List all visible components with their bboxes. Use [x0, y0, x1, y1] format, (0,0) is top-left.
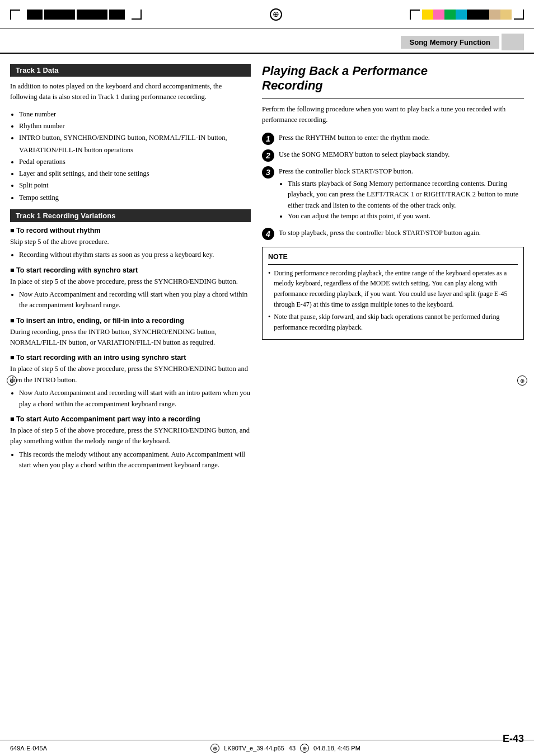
left-margin-symbol: ⊕	[7, 375, 17, 386]
playing-back-intro: Perform the following procedure when you…	[262, 104, 524, 126]
title-line1: Playing Back a Performance	[262, 64, 428, 78]
color-block-lttan	[500, 10, 512, 20]
bullet-item: Split point	[19, 180, 251, 191]
step-text-3: Press the controller block START/STOP bu…	[279, 167, 413, 175]
step-content-4: To stop playback, press the controller b…	[279, 228, 524, 238]
black-blocks-left	[27, 10, 125, 20]
sub-body-0: Skip step 5 of the above procedure.	[10, 237, 251, 247]
main-content: Track 1 Data In addition to notes played…	[0, 54, 534, 476]
bullet-item: Tempo setting	[19, 192, 251, 204]
step-2: 2 Use the SONG MEMORY button to select p…	[262, 149, 524, 162]
top-bar-left	[10, 10, 142, 20]
sub-bullet-item: Recording without rhythm starts as soon …	[19, 250, 251, 260]
color-blocks	[422, 10, 512, 20]
note-bullet-text-1: Note that pause, skip forward, and skip …	[274, 312, 518, 332]
compass-icon: ⊕	[270, 8, 282, 21]
sub-body-2: During recording, press the INTRO button…	[10, 327, 251, 349]
sub-bullet-item: Now Auto Accompaniment and recording wil…	[19, 289, 251, 311]
sub-body-3: In place of step 5 of the above procedur…	[10, 364, 251, 386]
sub-body-4: In place of step 5 of the above procedur…	[10, 425, 251, 447]
sub-section-insert-intro: To insert an intro, ending, or fill-in i…	[10, 317, 251, 349]
sub-heading-2: To insert an intro, ending, or fill-in i…	[10, 317, 251, 325]
step-3-bullet-1: You can adjust the tempo at this point, …	[288, 211, 524, 222]
bottom-page-num: 43	[289, 745, 296, 752]
step-1: 1 Press the RHYTHM button to enter the r…	[262, 133, 524, 145]
top-bar: ⊕	[0, 0, 534, 29]
steps-container: 1 Press the RHYTHM button to enter the r…	[262, 133, 524, 241]
track1-variations-header: Track 1 Recording Variations	[10, 209, 251, 222]
corner-mark-tl	[10, 10, 20, 20]
bottom-filename: LK90TV_e_39-44.p65	[224, 745, 284, 752]
bottom-center: ⊕ LK90TV_e_39-44.p65 43 ⊕ 04.8.18, 4:45 …	[210, 744, 360, 753]
black-block-4	[109, 10, 125, 20]
sub-bullets-1: Now Auto Accompaniment and recording wil…	[19, 289, 251, 311]
step-text-1: Press the RHYTHM button to enter the rhy…	[279, 134, 430, 142]
note-bullet-text-0: During performance recording playback, t…	[274, 268, 518, 309]
step-content-3: Press the controller block START/STOP bu…	[279, 166, 524, 224]
sub-heading-4: To start Auto Accompaniment part way int…	[10, 415, 251, 423]
bottom-bar: 649A-E-045A ⊕ LK90TV_e_39-44.p65 43 ⊕ 04…	[0, 740, 534, 756]
color-block-yellow	[422, 10, 433, 20]
corner-mark-tr	[132, 10, 142, 20]
step-number-4: 4	[262, 228, 274, 240]
sub-bullet-item: Now Auto Accompaniment and recording wil…	[19, 388, 251, 410]
sub-heading-1: To start recording with synchro start	[10, 266, 251, 274]
color-block-green	[444, 10, 456, 20]
page-header: Song Memory Function	[0, 29, 534, 54]
playing-back-title: Playing Back a Performance Recording	[262, 64, 524, 98]
bottom-compass-icon-2: ⊕	[300, 744, 309, 753]
bottom-compass-icon: ⊕	[210, 744, 219, 753]
black-block-1	[27, 10, 43, 20]
sub-bullets-3: Now Auto Accompaniment and recording wil…	[19, 388, 251, 410]
corner-mark-br2	[514, 10, 524, 20]
note-title: NOTE	[268, 252, 518, 264]
bullet-item: Tone number	[19, 109, 251, 120]
bullet-item: Layer and split settings, and their tone…	[19, 168, 251, 180]
color-block-black	[467, 10, 489, 20]
color-block-cyan	[456, 10, 467, 20]
sub-section-synchro-start: To start recording with synchro start In…	[10, 266, 251, 311]
corner-mark-tr2	[410, 10, 420, 20]
top-center: ⊕	[142, 8, 410, 21]
left-column: Track 1 Data In addition to notes played…	[10, 64, 251, 476]
step-number-3: 3	[262, 166, 274, 179]
title-line2: Recording	[262, 78, 323, 92]
sub-section-intro-synchro: To start recording with an intro using s…	[10, 354, 251, 410]
sub-heading-0: To record without rhythm	[10, 227, 251, 234]
note-bullet-1: Note that pause, skip forward, and skip …	[268, 312, 518, 332]
track1-data-body: In addition to notes played on the keybo…	[10, 81, 251, 103]
step-text-2: Use the SONG MEMORY button to select pla…	[279, 151, 449, 158]
section-title-tab	[502, 34, 524, 50]
bullet-item: Pedal operations	[19, 156, 251, 168]
section-title: Song Memory Function	[401, 36, 499, 49]
sub-section-no-rhythm: To record without rhythm Skip step 5 of …	[10, 227, 251, 261]
step-number-2: 2	[262, 149, 274, 162]
step-3: 3 Press the controller block START/STOP …	[262, 166, 524, 224]
color-block-pink	[433, 10, 444, 20]
note-box: NOTE During performance recording playba…	[262, 247, 524, 340]
sub-bullets-0: Recording without rhythm starts as soon …	[19, 250, 251, 260]
step-4: 4 To stop playback, press the controller…	[262, 228, 524, 240]
black-block-3	[77, 10, 107, 20]
step-content-1: Press the RHYTHM button to enter the rhy…	[279, 133, 524, 143]
right-column: Playing Back a Performance Recording Per…	[262, 64, 524, 476]
bullet-item: Rhythm number	[19, 120, 251, 132]
bottom-date: 04.8.18, 4:45 PM	[313, 745, 360, 752]
sub-bullets-4: This records the melody without any acco…	[19, 449, 251, 471]
bottom-left-text: 649A-E-045A	[10, 745, 47, 752]
sub-section-auto-accomp: To start Auto Accompaniment part way int…	[10, 415, 251, 471]
step-3-bullet-0: This starts playback of Song Memory perf…	[288, 179, 524, 211]
sub-bullet-item: This records the melody without any acco…	[19, 449, 251, 471]
step-3-bullets: This starts playback of Song Memory perf…	[288, 179, 524, 222]
bullet-item: INTRO button, SYNCHRO/ENDING button, NOR…	[19, 132, 251, 156]
step-number-1: 1	[262, 133, 274, 145]
note-bullet-0: During performance recording playback, t…	[268, 268, 518, 309]
step-content-2: Use the SONG MEMORY button to select pla…	[279, 149, 524, 160]
sub-heading-3: To start recording with an intro using s…	[10, 354, 251, 361]
step-text-4: To stop playback, press the controller b…	[279, 229, 481, 237]
right-margin-symbol: ⊕	[517, 375, 527, 386]
track1-data-header: Track 1 Data	[10, 64, 251, 77]
black-block-2	[44, 10, 75, 20]
track1-data-bullets: Tone number Rhythm number INTRO button, …	[19, 109, 251, 204]
sub-body-1: In place of step 5 of the above procedur…	[10, 276, 251, 287]
